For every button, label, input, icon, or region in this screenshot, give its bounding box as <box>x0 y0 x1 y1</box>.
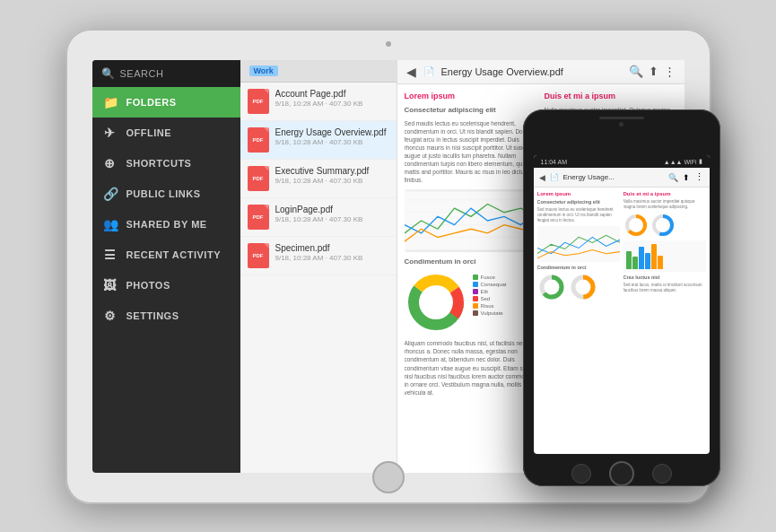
file-item-0[interactable]: PDF Account Page.pdf 9/18, 10:28 AM · 40… <box>240 83 397 121</box>
file-name-1: Energy Usage Overview.pdf <box>275 127 389 137</box>
file-panel-header: Work <box>240 60 397 83</box>
file-info-1: Energy Usage Overview.pdf 9/18, 10:28 AM… <box>275 127 389 146</box>
phone-line-chart <box>537 226 620 262</box>
phone-text-1: Sed mauris lectus eu scelerisque hendrer… <box>537 207 620 223</box>
donut-chart-svg <box>405 271 467 334</box>
svg-rect-20 <box>537 226 620 262</box>
svg-point-23 <box>546 282 557 292</box>
link-icon: 🔗 <box>103 187 118 201</box>
phone-cras-text: Sed erat lacus, mattis ut tincidunt accu… <box>623 283 706 293</box>
search-bar[interactable]: 🔍 <box>92 60 240 87</box>
svg-point-8 <box>425 292 447 313</box>
pdf-icon-1: PDF <box>248 127 269 153</box>
photos-icon: 🖼 <box>103 278 118 292</box>
phone-heading-2: Duis et mi a ipsum <box>623 191 706 196</box>
svg-rect-0 <box>405 192 537 250</box>
phone-donut-1 <box>537 273 566 301</box>
phone: 11:04 AM ▲▲▲ WiFi ▮ ◀ 📄 Energy Usage... … <box>523 109 720 486</box>
phone-col-left: Lorem ipsum Consectetur adipiscing elit … <box>537 191 620 449</box>
phone-doc-title: Energy Usage... <box>563 173 664 181</box>
offline-icon: ✈ <box>103 126 118 140</box>
doc-heading-1: Lorem ipsum <box>405 92 537 100</box>
sidebar-item-photos[interactable]: 🖼 PHOTOS <box>92 270 240 301</box>
doc-toolbar: ◀ 📄 Energy Usage Overview.pdf 🔍 ⬆ ⋮ <box>397 60 684 84</box>
doc-heading-2: Duis et mi a ipsum <box>545 92 677 100</box>
sidebar-item-folders[interactable]: 📁 FOLDERS <box>92 87 240 118</box>
back-button[interactable]: ◀ <box>406 65 416 79</box>
phone-back-nav-button[interactable] <box>571 464 591 484</box>
svg-point-26 <box>578 282 589 292</box>
file-info-0: Account Page.pdf 9/18, 10:28 AM · 407.30… <box>275 89 389 108</box>
pdf-icon-2: PDF <box>248 166 269 191</box>
share-doc-icon[interactable]: ⬆ <box>649 65 658 78</box>
sidebar-item-settings[interactable]: ⚙ SETTINGS <box>92 301 240 331</box>
file-meta-2: 9/18, 10:28 AM · 407.30 KB <box>275 177 389 185</box>
doc-sub-1: Consectetur adipiscing elit <box>405 106 537 114</box>
phone-doc-icon: 📄 <box>550 173 559 181</box>
file-name-2: Executive Summary.pdf <box>275 166 389 176</box>
pdf-icon-4: PDF <box>248 243 269 268</box>
phone-cras-label: Cras luctus nisl <box>623 275 706 280</box>
sidebar-item-shortcuts[interactable]: ⊕ SHORTCUTS <box>92 148 240 179</box>
phone-donut-row <box>537 273 620 301</box>
work-tag: Work <box>249 65 278 76</box>
file-item-1[interactable]: PDF Energy Usage Overview.pdf 9/18, 10:2… <box>240 121 397 160</box>
file-item-3[interactable]: PDF LoginPage.pdf 9/18, 10:28 AM · 407.3… <box>240 198 397 237</box>
phone-gauge-1 <box>623 213 649 238</box>
phone-text-2: Nulla maximus auctor imperdiet quisque m… <box>623 199 706 210</box>
donut-section: Fusce Consequat Elit Sed Risus Vulputate <box>405 271 537 334</box>
recent-icon: ☰ <box>103 248 118 262</box>
phone-search-icon[interactable]: 🔍 <box>668 173 678 182</box>
phone-col-right: Duis et mi a ipsum Nulla maximus auctor … <box>623 191 706 449</box>
search-doc-icon[interactable]: 🔍 <box>629 65 643 78</box>
phone-sub-1: Consectetur adipiscing elit <box>537 199 620 205</box>
search-icon: 🔍 <box>101 67 115 80</box>
file-meta-4: 9/18, 10:28 AM · 407.30 KB <box>275 254 389 262</box>
search-input[interactable] <box>120 68 231 79</box>
phone-home-button[interactable] <box>609 461 634 486</box>
file-info-3: LoginPage.pdf 9/18, 10:28 AM · 407.30 KB <box>275 205 389 223</box>
doc-icon: 📄 <box>423 66 434 76</box>
file-name-3: LoginPage.pdf <box>275 205 389 214</box>
file-info-2: Executive Summary.pdf 9/18, 10:28 AM · 4… <box>275 166 389 185</box>
sidebar-item-shared-by-me[interactable]: 👥 SHARED BY ME <box>92 209 240 240</box>
donut-legend: Fusce Consequat Elit Sed Risus Vulputate <box>473 275 507 316</box>
file-item-4[interactable]: PDF Specimen.pdf 9/18, 10:28 AM · 407.30… <box>240 237 397 275</box>
file-meta-3: 9/18, 10:28 AM · 407.30 KB <box>275 215 389 223</box>
tablet-home-button[interactable] <box>372 461 405 493</box>
phone-toolbar: ◀ 📄 Energy Usage... 🔍 ⬆ ⋮ <box>534 168 710 188</box>
phone-gauge-row <box>623 213 706 238</box>
phone-line-chart-svg <box>537 226 620 262</box>
sidebar-item-public-links[interactable]: 🔗 PUBLIC LINKS <box>92 179 240 209</box>
phone-recent-button[interactable] <box>652 464 672 484</box>
phone-screen: 11:04 AM ▲▲▲ WiFi ▮ ◀ 📄 Energy Usage... … <box>534 155 710 453</box>
phone-speaker <box>599 117 644 120</box>
doc-title: Energy Usage Overview.pdf <box>441 66 622 77</box>
sidebar-item-offline[interactable]: ✈ OFFLINE <box>92 118 240 148</box>
phone-status-bar: 11:04 AM ▲▲▲ WiFi ▮ <box>534 155 710 168</box>
phone-status-icons: ▲▲▲ WiFi ▮ <box>664 158 702 165</box>
phone-heading-1: Lorem ipsum <box>537 191 620 196</box>
svg-point-32 <box>658 220 668 231</box>
tablet: 🔍 📁 FOLDERS ✈ OFFLINE ⊕ SHORTCUTS 🔗 PUBL… <box>65 29 711 504</box>
phone-signal-icon: ▲▲▲ <box>664 159 683 165</box>
file-item-2[interactable]: PDF Executive Summary.pdf 9/18, 10:28 AM… <box>240 160 397 198</box>
line-chart <box>405 189 537 252</box>
sidebar-item-recent-activity[interactable]: ☰ RECENT ACTIVITY <box>92 240 240 270</box>
tablet-camera <box>386 41 391 47</box>
more-doc-icon[interactable]: ⋮ <box>664 65 676 78</box>
phone-gauge-2 <box>650 213 676 238</box>
phone-back-button[interactable]: ◀ <box>539 173 545 182</box>
phone-more-icon[interactable]: ⋮ <box>694 171 704 183</box>
phone-donut-2 <box>569 273 597 301</box>
shortcuts-icon: ⊕ <box>103 156 118 170</box>
settings-icon: ⚙ <box>103 309 118 323</box>
svg-point-29 <box>631 220 641 231</box>
phone-share-icon[interactable]: ⬆ <box>683 173 690 182</box>
phone-wifi-icon: WiFi <box>684 159 697 165</box>
doc-text-1: Sed mautis lectus eu scelerisque hendrer… <box>405 119 537 185</box>
doc-footer-text: Aliquam commodo faucibus nisl, ut facili… <box>405 339 537 397</box>
file-panel: Work PDF Account Page.pdf 9/18, 10:28 AM… <box>240 60 397 473</box>
file-info-4: Specimen.pdf 9/18, 10:28 AM · 407.30 KB <box>275 243 389 262</box>
phone-doc-content: Lorem ipsum Consectetur adipiscing elit … <box>534 188 710 453</box>
